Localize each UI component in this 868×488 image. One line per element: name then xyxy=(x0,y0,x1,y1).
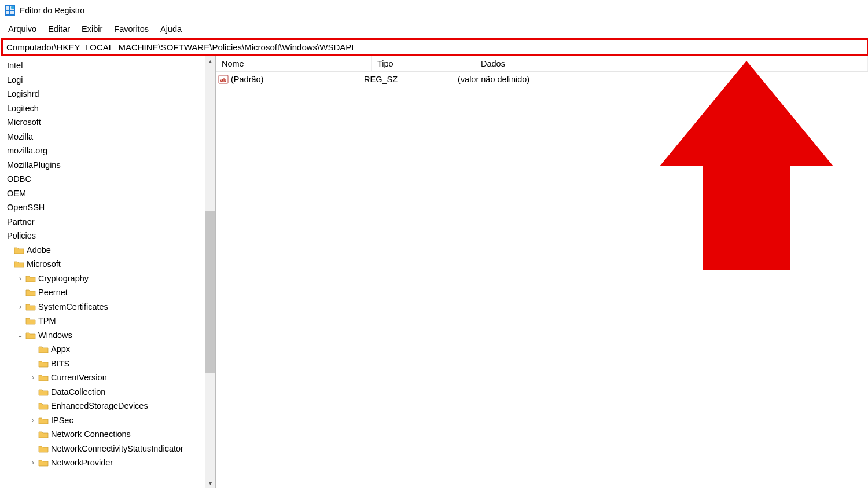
folder-icon xyxy=(25,331,36,340)
annotation-arrow-up-icon xyxy=(648,56,845,276)
expand-icon: ▸ xyxy=(5,243,13,258)
folder-icon xyxy=(25,316,36,325)
svg-point-5 xyxy=(11,6,14,9)
svg-rect-4 xyxy=(10,11,14,14)
tree-item[interactable]: Intel xyxy=(3,58,205,73)
menu-exibir[interactable]: Exibir xyxy=(76,23,108,35)
addressbar[interactable]: Computador\HKEY_LOCAL_MACHINE\SOFTWARE\P… xyxy=(1,38,868,56)
scroll-up-icon[interactable]: ▴ xyxy=(205,56,215,66)
values-pane: Nome Tipo Dados ab (Padrão) REG_SZ (valo… xyxy=(216,56,868,488)
tree-item-networkconnections[interactable]: ▸ Network Connections xyxy=(3,427,205,442)
tree-item-ipsec[interactable]: › IPSec xyxy=(3,413,205,428)
folder-icon xyxy=(14,259,24,269)
value-type: REG_SZ xyxy=(364,75,458,84)
tree-item-peernet[interactable]: ▸ Peernet xyxy=(3,285,205,300)
scroll-track[interactable] xyxy=(205,66,215,478)
value-row[interactable]: ab (Padrão) REG_SZ (valor não definido) xyxy=(216,72,868,87)
tree-item-microsoft[interactable]: ▸ Microsoft xyxy=(3,257,205,271)
regedit-icon xyxy=(5,5,15,16)
folder-icon xyxy=(25,302,36,311)
expand-icon: ▸ xyxy=(29,442,37,456)
tree-item[interactable]: Logi xyxy=(3,73,205,87)
menu-ajuda[interactable]: Ajuda xyxy=(155,23,187,35)
folder-icon xyxy=(38,444,49,453)
tree-scrollbar[interactable]: ▴ ▾ xyxy=(205,56,215,488)
main-split: Intel Logi Logishrd Logitech Microsoft M… xyxy=(0,56,868,488)
values-header: Nome Tipo Dados xyxy=(216,56,868,72)
col-tipo[interactable]: Tipo xyxy=(372,56,475,71)
tree-item[interactable]: Logitech xyxy=(3,101,205,116)
tree-item-datacollection[interactable]: ▸ DataCollection xyxy=(3,385,205,399)
expand-icon: ▸ xyxy=(29,342,37,357)
expand-icon: ▸ xyxy=(29,427,37,442)
tree-item[interactable]: MozillaPlugins xyxy=(3,158,205,173)
folder-icon xyxy=(38,430,49,439)
folder-icon xyxy=(38,344,49,354)
folder-icon xyxy=(38,387,49,397)
tree-item-windows[interactable]: ⌄ Windows xyxy=(3,328,205,343)
tree-item-systemcertificates[interactable]: › SystemCertificates xyxy=(3,300,205,314)
svg-marker-8 xyxy=(660,61,833,270)
svg-text:ab: ab xyxy=(220,77,227,83)
tree-item[interactable]: ODBC xyxy=(3,172,205,186)
scroll-thumb[interactable] xyxy=(205,211,215,373)
folder-icon xyxy=(38,373,49,382)
tree-item[interactable]: Mozilla xyxy=(3,130,205,144)
tree-item-networkprovider[interactable]: › NetworkProvider xyxy=(3,456,205,470)
titlebar: Editor do Registro xyxy=(0,0,868,22)
menu-arquivo[interactable]: Arquivo xyxy=(2,23,42,35)
expand-icon[interactable]: › xyxy=(29,370,37,385)
menubar: Arquivo Editar Exibir Favoritos Ajuda xyxy=(0,22,868,38)
svg-rect-1 xyxy=(6,6,9,10)
expand-icon: ▸ xyxy=(29,385,37,399)
tree-item[interactable]: OpenSSH xyxy=(3,200,205,215)
expand-icon: ▸ xyxy=(16,285,24,300)
menu-favoritos[interactable]: Favoritos xyxy=(108,23,155,35)
folder-icon xyxy=(38,458,49,467)
expand-icon[interactable]: › xyxy=(29,456,37,470)
expand-icon: ▸ xyxy=(16,314,24,328)
expand-icon: ▸ xyxy=(29,357,37,371)
folder-icon xyxy=(25,274,36,283)
expand-icon: ▸ xyxy=(29,399,37,413)
menu-editar[interactable]: Editar xyxy=(42,23,76,35)
expand-icon[interactable]: › xyxy=(29,413,37,428)
tree-item[interactable]: Logishrd xyxy=(3,87,205,101)
folder-icon xyxy=(38,416,49,425)
col-nome[interactable]: Nome xyxy=(216,56,372,71)
tree-item[interactable]: mozilla.org xyxy=(3,144,205,158)
tree-item-enhancedstoragedevices[interactable]: ▸ EnhancedStorageDevices xyxy=(3,399,205,413)
scroll-down-icon[interactable]: ▾ xyxy=(205,478,215,488)
reg-sz-icon: ab xyxy=(218,74,229,85)
tree-item-adobe[interactable]: ▸ Adobe xyxy=(3,243,205,258)
tree-item-tpm[interactable]: ▸ TPM xyxy=(3,314,205,328)
folder-icon xyxy=(38,401,49,410)
folder-icon xyxy=(25,288,36,297)
addressbar-path: Computador\HKEY_LOCAL_MACHINE\SOFTWARE\P… xyxy=(6,42,354,52)
expand-icon[interactable]: › xyxy=(16,271,24,286)
regedit-window: Editor do Registro Arquivo Editar Exibir… xyxy=(0,0,868,488)
tree-item[interactable]: Partner xyxy=(3,215,205,229)
tree-item-cryptography[interactable]: › Cryptography xyxy=(3,271,205,286)
expand-icon[interactable]: › xyxy=(16,300,24,314)
collapse-icon[interactable]: ⌄ xyxy=(16,328,24,343)
window-title: Editor do Registro xyxy=(20,6,84,15)
folder-icon xyxy=(38,359,49,368)
value-data: (valor não definido) xyxy=(458,75,868,84)
value-name: (Padrão) xyxy=(231,75,263,84)
tree-item-currentversion[interactable]: › CurrentVersion xyxy=(3,370,205,385)
expand-icon: ▸ xyxy=(5,257,13,271)
col-dados[interactable]: Dados xyxy=(475,56,868,71)
tree-item[interactable]: Microsoft xyxy=(3,115,205,130)
folder-icon xyxy=(14,245,24,255)
tree-item-appx[interactable]: ▸ Appx xyxy=(3,342,205,357)
tree-item[interactable]: Policies xyxy=(3,229,205,243)
tree-pane: Intel Logi Logishrd Logitech Microsoft M… xyxy=(0,56,216,488)
registry-tree[interactable]: Intel Logi Logishrd Logitech Microsoft M… xyxy=(0,56,205,488)
addressbar-highlight: Computador\HKEY_LOCAL_MACHINE\SOFTWARE\P… xyxy=(0,38,868,56)
tree-item-bits[interactable]: ▸ BITS xyxy=(3,357,205,371)
svg-rect-3 xyxy=(6,11,9,14)
tree-item[interactable]: OEM xyxy=(3,186,205,201)
tree-item-networkconnectivity[interactable]: ▸ NetworkConnectivityStatusIndicator xyxy=(3,442,205,456)
